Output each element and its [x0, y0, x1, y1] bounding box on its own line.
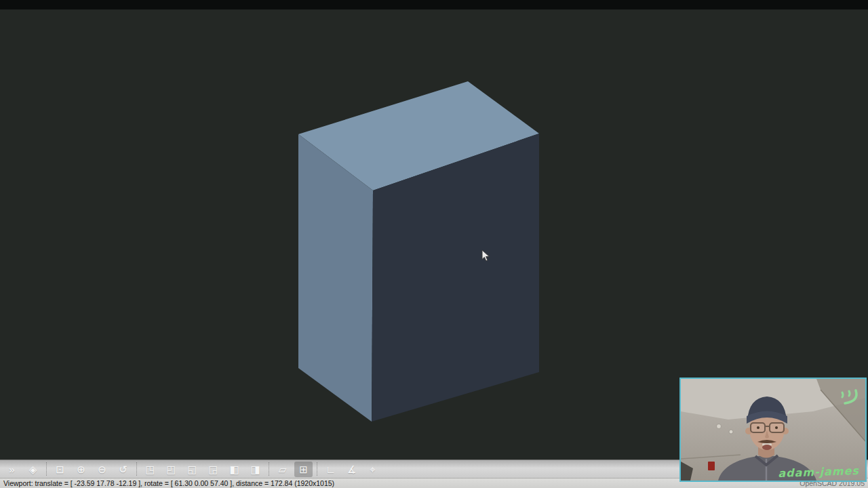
zoom-out-button[interactable]: ⊖: [93, 462, 111, 477]
toolbar-separator: [269, 462, 269, 476]
axes-icon: ∟: [326, 464, 336, 474]
zoom-out-icon: ⊖: [98, 464, 106, 474]
webcam-overlay: adam-james: [679, 378, 867, 482]
view-bottom-icon: ◱: [187, 464, 197, 474]
toolbar-separator: [46, 462, 47, 476]
crosshairs-icon: ⌖: [370, 464, 375, 474]
screen: »◈⊡⊕⊖↺◳◰◱◲◧◨▱⊞∟∡⌖ Viewport: translate = …: [0, 0, 868, 488]
preview-button[interactable]: »: [3, 462, 21, 477]
ceiling-sprinkler: [717, 424, 722, 429]
ceiling-sprinkler: [729, 430, 733, 434]
reset-view-button[interactable]: ↺: [114, 462, 132, 477]
view-left-icon: ◲: [208, 464, 218, 474]
view-right-button[interactable]: ◳: [141, 462, 159, 477]
view-top-icon: ◰: [166, 464, 176, 474]
viewport-status-text: Viewport: translate = [ -23.59 17.78 -12…: [3, 479, 334, 487]
view-front-button[interactable]: ◧: [225, 462, 243, 477]
view-back-button[interactable]: ◨: [246, 462, 264, 477]
view-front-icon: ◧: [229, 464, 239, 474]
webcam-video: adam-james: [681, 379, 865, 481]
scale-markings-icon: ∡: [347, 464, 356, 474]
zoom-all-button[interactable]: ⊡: [51, 462, 69, 477]
show-scale-markings-button[interactable]: ∡: [342, 462, 361, 477]
view-right-icon: ◳: [145, 464, 155, 474]
zoom-in-button[interactable]: ⊕: [72, 462, 90, 477]
view-orthographic-button[interactable]: ⊞: [294, 462, 313, 477]
letterbox-bar: [0, 0, 868, 9]
toolbar-separator: [317, 462, 317, 476]
view-bottom-button[interactable]: ◱: [183, 462, 201, 477]
zoom-all-icon: ⊡: [56, 464, 64, 474]
fire-alarm: [708, 462, 715, 470]
view-top-button[interactable]: ◰: [162, 462, 180, 477]
reset-view-icon: ↺: [119, 464, 127, 474]
render-button[interactable]: ◈: [24, 462, 42, 477]
perspective-icon: ▱: [279, 464, 287, 474]
preview-icon: »: [9, 464, 14, 474]
zoom-in-icon: ⊕: [77, 464, 85, 474]
show-axes-button[interactable]: ∟: [321, 462, 340, 477]
show-crosshairs-button[interactable]: ⌖: [363, 462, 382, 477]
orthographic-icon: ⊞: [299, 464, 308, 474]
view-perspective-button[interactable]: ▱: [273, 462, 292, 477]
toolbar-separator: [136, 462, 137, 476]
view-back-icon: ◨: [250, 464, 260, 474]
view-left-button[interactable]: ◲: [204, 462, 222, 477]
render-icon: ◈: [29, 464, 37, 474]
